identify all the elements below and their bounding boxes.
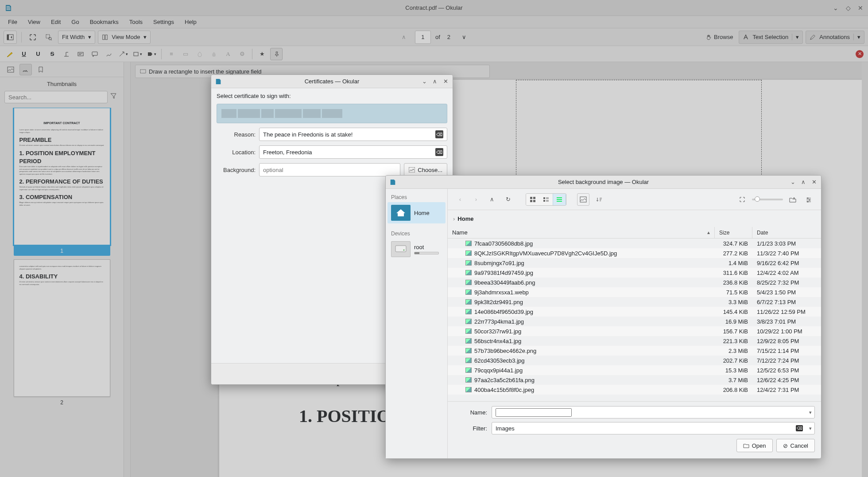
filter-icon[interactable] xyxy=(110,93,119,102)
menu-bookmarks[interactable]: Bookmarks xyxy=(85,17,123,27)
thumbnail-search-input[interactable] xyxy=(4,91,108,103)
column-name[interactable]: Name▲ xyxy=(448,227,715,238)
window-close-icon[interactable]: ✕ xyxy=(856,4,864,12)
page-next-button[interactable]: ∨ xyxy=(457,31,471,44)
menu-tools[interactable]: Tools xyxy=(125,17,147,27)
popup-note-icon[interactable] xyxy=(89,48,101,60)
dialog-close-icon[interactable]: ✕ xyxy=(810,179,818,186)
filter-combo[interactable]: Images⌫▾ xyxy=(492,422,815,434)
dialog-titlebar[interactable]: Certificates — Okular ⌄ ∧ ✕ xyxy=(211,75,453,88)
window-maximize-icon[interactable]: ◇ xyxy=(844,4,852,12)
view-icons-icon[interactable] xyxy=(526,194,539,205)
breadcrumb-current[interactable]: Home xyxy=(457,215,473,222)
dialog-titlebar[interactable]: Select background image — Okular ⌄ ∧ ✕ xyxy=(386,176,821,189)
view-details-icon[interactable] xyxy=(553,194,566,205)
chevron-down-icon[interactable]: ▾ xyxy=(809,410,812,415)
annotations-tool-button[interactable]: Annotations▾ xyxy=(806,31,864,44)
cancel-button[interactable]: ⊘Cancel xyxy=(776,439,815,452)
certificate-list-item[interactable] xyxy=(217,104,447,123)
choose-background-button[interactable]: Choose... xyxy=(404,163,447,176)
chevron-right-icon[interactable]: › xyxy=(453,215,455,222)
strikeout-icon[interactable]: S xyxy=(46,48,58,60)
page-prev-button[interactable]: ∧ xyxy=(397,31,411,44)
menu-file[interactable]: File xyxy=(4,17,22,27)
table-row[interactable]: 9j3ahdmrxsxa1.webp71.5 KiB5/4/23 1:50 PM xyxy=(448,287,821,297)
shape-icon[interactable]: ▾ xyxy=(131,48,143,60)
sidebar-tab-thumbnails-icon[interactable] xyxy=(4,64,17,75)
table-row[interactable]: 9pk3lt2dz9491.png3.3 MiB6/7/22 7:13 PM xyxy=(448,297,821,307)
thumbnail-page-2[interactable]: consectetur adipisci velit sed quia non … xyxy=(14,259,110,407)
page-number-input[interactable] xyxy=(415,31,431,44)
table-row[interactable]: 14e086b4f9650d39.jpg145.4 KiB11/26/22 12… xyxy=(448,307,821,317)
table-row[interactable]: 400ba4c15b5f8f0c.jpeg206.8 KiB12/4/22 7:… xyxy=(448,385,821,395)
zoom-fit-button[interactable] xyxy=(26,31,39,44)
browse-tool-button[interactable]: Browse xyxy=(702,31,736,44)
table-row[interactable]: 8submjngx7o91.jpg1.4 MiB9/16/22 6:42 PM xyxy=(448,258,821,268)
filename-input[interactable]: ▾ xyxy=(492,406,815,418)
location-field[interactable]: ⌫ xyxy=(259,145,447,159)
table-row[interactable]: 56bsctr4nx4a1.jpg221.3 KiB12/9/22 8:05 P… xyxy=(448,336,821,346)
dialog-minimize-icon[interactable]: ⌄ xyxy=(421,78,428,85)
background-field[interactable] xyxy=(259,163,400,176)
line-arrow-icon[interactable]: ▾ xyxy=(117,48,129,60)
close-annotation-toolbar-icon[interactable]: ✕ xyxy=(856,50,864,58)
location-input[interactable] xyxy=(263,149,435,156)
typewriter-icon[interactable] xyxy=(60,48,73,60)
table-row[interactable]: 62cd43053ecb3.jpg202.7 KiB7/12/22 7:24 P… xyxy=(448,356,821,365)
column-date[interactable]: Date xyxy=(752,227,821,238)
table-row[interactable]: 7fcaa07305608db8.jpg324.7 KiB1/1/23 3:03… xyxy=(448,238,821,248)
place-home[interactable]: Home xyxy=(388,202,446,223)
squiggle-icon[interactable]: U xyxy=(32,48,44,60)
stamp-tag-icon[interactable]: ▾ xyxy=(145,48,158,60)
dialog-maximize-icon[interactable]: ∧ xyxy=(431,78,438,85)
sidebar-tab-bookmarks-icon[interactable] xyxy=(35,64,47,75)
toggle-sidebar-button[interactable] xyxy=(4,31,17,44)
table-row[interactable]: 97aa2c3a5c2b61fa.png3.7 MiB12/6/22 4:25 … xyxy=(448,375,821,385)
table-row[interactable]: 9a979381f4d97459.jpg311.6 KiB12/4/22 4:0… xyxy=(448,268,821,278)
highlight-yellow-icon[interactable] xyxy=(4,48,16,60)
clear-icon[interactable]: ⌫ xyxy=(435,148,443,156)
menu-settings[interactable]: Settings xyxy=(149,17,178,27)
settings-icon[interactable] xyxy=(802,193,815,206)
column-size[interactable]: Size xyxy=(715,227,752,238)
reason-field[interactable]: ⌫ xyxy=(259,128,447,141)
bookmark-star-icon[interactable]: ★ xyxy=(256,48,268,60)
nav-up-icon[interactable]: ∧ xyxy=(486,193,498,206)
background-input[interactable] xyxy=(263,167,396,173)
new-folder-icon[interactable] xyxy=(787,193,799,206)
filename-text-input[interactable] xyxy=(496,408,572,417)
table-row[interactable]: 9beea330449faab6.png236.8 KiB8/25/22 7:3… xyxy=(448,278,821,287)
chevron-down-icon[interactable]: ▾ xyxy=(809,426,812,431)
text-selection-tool-button[interactable]: Text Selection▾ xyxy=(739,31,803,44)
preview-toggle-icon[interactable] xyxy=(577,193,589,206)
clear-icon[interactable]: ⌫ xyxy=(435,130,443,138)
menu-go[interactable]: Go xyxy=(67,17,83,27)
menu-view[interactable]: View xyxy=(23,17,45,27)
clear-icon[interactable]: ⌫ xyxy=(796,425,803,431)
nav-reload-icon[interactable]: ↻ xyxy=(502,193,514,206)
pin-icon[interactable] xyxy=(270,48,283,60)
table-row[interactable]: 57b73b96bec4662e.png2.3 MiB7/15/22 1:14 … xyxy=(448,346,821,356)
window-minimize-icon[interactable]: ⌄ xyxy=(832,4,840,12)
table-row[interactable]: 50cor32i7rw91.jpg156.7 KiB10/29/22 1:00 … xyxy=(448,326,821,336)
table-row[interactable]: 79cqqx9pi44a1.jpg15.3 MiB12/5/22 6:53 PM xyxy=(448,365,821,375)
menu-edit[interactable]: Edit xyxy=(46,17,65,27)
sidebar-scrollbar[interactable] xyxy=(124,62,130,477)
view-mode-combo[interactable]: View Mode▾ xyxy=(98,31,151,44)
thumbnail-list[interactable]: IMPORTANT CONTRACTLorem ipsum dolor sit … xyxy=(0,108,124,477)
dialog-maximize-icon[interactable]: ∧ xyxy=(800,179,807,186)
freehand-icon[interactable] xyxy=(103,48,115,60)
view-compact-icon[interactable] xyxy=(539,194,553,205)
dialog-close-icon[interactable]: ✕ xyxy=(442,78,449,85)
icon-size-slider[interactable] xyxy=(752,199,783,200)
underline-icon[interactable]: U xyxy=(18,48,30,60)
dialog-minimize-icon[interactable]: ⌄ xyxy=(789,179,796,186)
reason-input[interactable] xyxy=(263,131,435,138)
main-scrollbar[interactable] xyxy=(862,62,868,477)
sort-icon[interactable] xyxy=(593,193,605,206)
zoom-combo[interactable]: Fit Width▾ xyxy=(58,31,95,44)
table-row[interactable]: 22rr773p4kma1.jpg16.9 MiB3/8/23 7:01 PM xyxy=(448,317,821,326)
thumbnail-page-1[interactable]: IMPORTANT CONTRACTLorem ipsum dolor sit … xyxy=(14,108,110,256)
place-root[interactable]: root xyxy=(388,238,446,260)
open-button[interactable]: Open xyxy=(736,439,773,452)
